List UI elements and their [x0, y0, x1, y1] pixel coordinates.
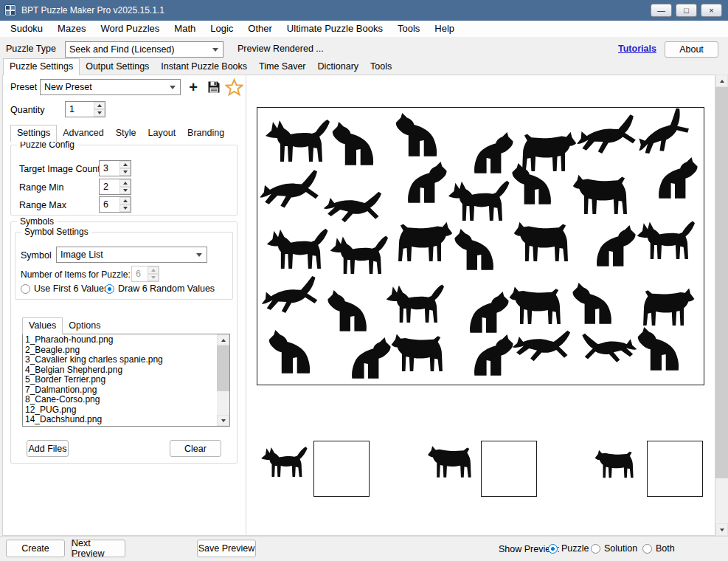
scrollbar-thumb[interactable]: [715, 87, 728, 478]
titlebar: BPT Puzzle Maker Pro v2025.15.1.1 — □ ×: [0, 0, 728, 21]
up-arrow-icon: [123, 197, 128, 202]
plus-icon: +: [189, 80, 198, 94]
scroll-up-button[interactable]: [217, 334, 229, 345]
main-tabstrip: Puzzle Settings Output Settings Instant …: [3, 60, 398, 75]
range-max-label: Range Max: [19, 200, 66, 210]
list-item[interactable]: 4_Belgian Shepherd.png: [25, 365, 217, 376]
toolbar-row: Puzzle Type Seek and Find (Licensed) Pre…: [0, 37, 728, 60]
menu-mazes[interactable]: Mazes: [50, 21, 93, 37]
range-max-up-button[interactable]: [119, 197, 131, 204]
tab-time-saver[interactable]: Time Saver: [253, 59, 311, 75]
range-min-up-button[interactable]: [119, 179, 131, 187]
tab-options[interactable]: Options: [63, 318, 106, 334]
menu-tools[interactable]: Tools: [390, 21, 427, 37]
list-item[interactable]: 3_Cavalier king charles spanie.png: [25, 355, 217, 365]
list-item[interactable]: 2_Beagle.png: [25, 345, 217, 356]
tab-values[interactable]: Values: [22, 317, 63, 334]
tutorials-link[interactable]: Tutorials: [618, 44, 656, 54]
list-item[interactable]: 12_PUG.png: [25, 405, 217, 416]
scrollbar-track[interactable]: [715, 478, 728, 523]
add-files-button[interactable]: Add Files: [27, 440, 69, 457]
radio-show-both-label: Both: [656, 543, 675, 554]
answer-count-box-3: [647, 441, 703, 497]
puzzle-type-label: Puzzle Type: [6, 44, 56, 54]
tab-settings[interactable]: Settings: [10, 125, 57, 142]
window-controls: — □ ×: [651, 4, 722, 17]
quantity-down-button[interactable]: [94, 109, 105, 117]
list-item[interactable]: 7_Dalmantion.png: [25, 385, 217, 396]
target-count-down-button[interactable]: [119, 168, 131, 176]
items-for-puzzle-value: 6: [132, 266, 148, 281]
quantity-stepper[interactable]: 1: [65, 101, 105, 117]
menu-other[interactable]: Other: [240, 21, 280, 37]
radio-draw-random-values[interactable]: Draw 6 Random Values: [105, 283, 215, 294]
quantity-value: 1: [66, 102, 94, 117]
list-item[interactable]: 14_Dachshund.png: [25, 415, 217, 425]
panel-divider: [246, 75, 246, 536]
menu-word-puzzles[interactable]: Word Puzzles: [93, 21, 167, 37]
scroll-down-button[interactable]: [217, 415, 229, 426]
tab-tools[interactable]: Tools: [364, 59, 398, 75]
tab-dictionary[interactable]: Dictionary: [312, 59, 365, 75]
minimize-button[interactable]: —: [651, 4, 672, 17]
menu-math[interactable]: Math: [167, 21, 203, 37]
list-item[interactable]: 5_Border Terrier.png: [25, 375, 217, 385]
range-max-value: 6: [100, 197, 119, 212]
tab-puzzle-settings[interactable]: Puzzle Settings: [3, 58, 80, 75]
radio-use-first-values-label: Use First 6 Values: [34, 283, 108, 294]
tab-advanced[interactable]: Advanced: [57, 125, 110, 141]
scrollbar-thumb[interactable]: [217, 345, 229, 391]
up-arrow-icon: [97, 102, 102, 107]
menu-sudoku[interactable]: Sudoku: [3, 21, 50, 37]
favorite-preset-button[interactable]: [223, 77, 244, 97]
save-preset-button[interactable]: [204, 78, 223, 97]
symbol-label: Symbol: [21, 250, 52, 261]
range-max-stepper[interactable]: 6: [99, 196, 131, 213]
radio-circle-icon: [548, 544, 558, 554]
puzzle-type-select[interactable]: Seek and Find (Licensed): [65, 41, 223, 58]
menubar: Sudoku Mazes Word Puzzles Math Logic Oth…: [0, 21, 728, 37]
scroll-up-button[interactable]: [715, 75, 728, 87]
answer-dog-3: [593, 447, 639, 481]
menu-logic[interactable]: Logic: [203, 21, 240, 37]
tab-style[interactable]: Style: [110, 125, 142, 141]
about-button[interactable]: About: [665, 41, 718, 58]
list-scrollbar[interactable]: [217, 334, 229, 426]
app-icon: [4, 4, 16, 16]
tab-output-settings[interactable]: Output Settings: [80, 59, 155, 75]
quantity-up-button[interactable]: [94, 102, 105, 109]
range-min-down-button[interactable]: [119, 187, 131, 194]
menu-help[interactable]: Help: [427, 21, 462, 37]
puzzle-dog-field: [257, 108, 704, 385]
symbol-select[interactable]: Image List: [56, 247, 207, 263]
radio-show-both[interactable]: Both: [642, 543, 675, 554]
scroll-down-button[interactable]: [715, 523, 728, 536]
radio-show-puzzle[interactable]: Puzzle: [548, 543, 589, 554]
up-arrow-icon: [720, 78, 724, 83]
scrollbar-track[interactable]: [217, 391, 229, 415]
menu-ultimate-puzzle-books[interactable]: Ultimate Puzzle Books: [280, 21, 390, 37]
tab-branding[interactable]: Branding: [181, 125, 230, 141]
save-preview-button[interactable]: Save Preview: [197, 540, 256, 557]
next-preview-button[interactable]: Next Preview: [71, 540, 125, 557]
list-item[interactable]: 8_Cane-Corso.png: [25, 395, 217, 405]
target-count-up-button[interactable]: [119, 161, 131, 168]
range-min-label: Range Min: [19, 182, 63, 193]
range-max-down-button[interactable]: [119, 204, 131, 212]
maximize-button[interactable]: □: [676, 4, 697, 17]
range-min-stepper[interactable]: 2: [99, 179, 131, 195]
preset-select[interactable]: New Preset: [40, 79, 181, 95]
close-button[interactable]: ×: [701, 4, 722, 17]
add-preset-button[interactable]: +: [185, 79, 201, 95]
clear-button[interactable]: Clear: [170, 440, 221, 457]
tab-layout[interactable]: Layout: [142, 125, 182, 141]
main-scrollbar[interactable]: [715, 75, 728, 536]
target-image-count-stepper[interactable]: 3: [99, 160, 131, 176]
radio-use-first-values[interactable]: Use First 6 Values: [21, 283, 108, 294]
create-button[interactable]: Create: [6, 540, 65, 557]
list-item[interactable]: 1_Pharaoh-hound.png: [25, 335, 217, 345]
maximize-icon: □: [684, 6, 689, 14]
tab-instant-puzzle-books[interactable]: Instant Puzzle Books: [155, 59, 253, 75]
radio-show-solution[interactable]: Solution: [591, 543, 637, 554]
image-file-list[interactable]: 1_Pharaoh-hound.png 2_Beagle.png 3_Caval…: [22, 334, 230, 427]
